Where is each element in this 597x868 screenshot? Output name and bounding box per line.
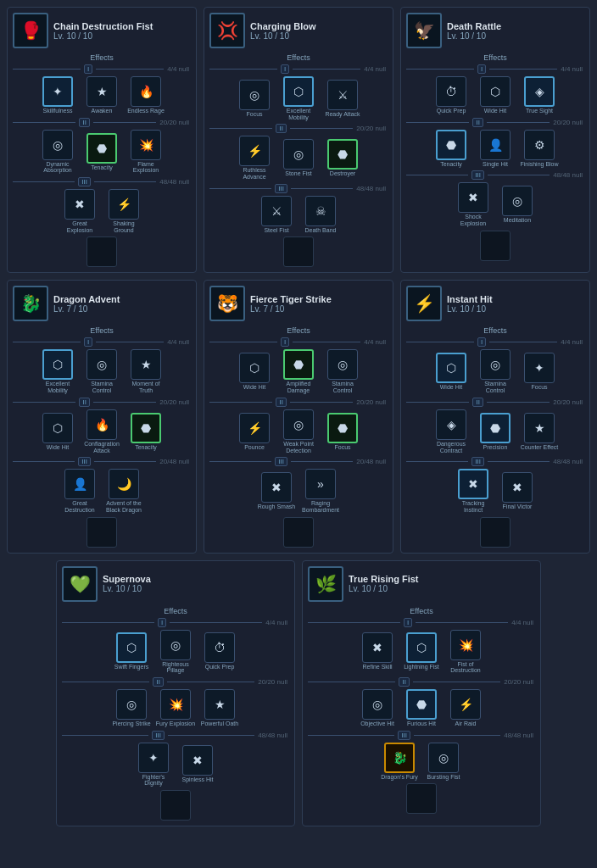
ability-lightning-fist[interactable]: ⬡Lightning Fist bbox=[401, 632, 442, 670]
ability-fist-of-destruction[interactable]: 💥Fist of Destruction bbox=[445, 630, 486, 674]
ability-counter-effect[interactable]: ★Counter Effect bbox=[519, 413, 560, 451]
ability-endless-rage[interactable]: 🔥Endless Rage bbox=[126, 76, 166, 114]
tier-badge: II bbox=[472, 118, 483, 127]
tier-null-label: 48/48 null bbox=[258, 732, 287, 739]
tier-section-2: II20/20 null◈Dangerous Contract⬣Precisio… bbox=[406, 398, 584, 453]
tier-line bbox=[13, 342, 81, 342]
ability-great-destruction[interactable]: 👤Great Destruction bbox=[59, 469, 100, 513]
tier-header: III48/48 null bbox=[308, 731, 535, 740]
card-footer-slot bbox=[283, 236, 314, 267]
ability-tenacity[interactable]: ⬣Tenacity bbox=[81, 133, 122, 171]
tier-section-3: III48/48 null✦Fighter's Dignity✖Spinless… bbox=[62, 731, 289, 787]
ability-great-explosion[interactable]: ✖Great Explosion bbox=[59, 189, 100, 233]
ability-final-victor[interactable]: ✖Final Victor bbox=[497, 472, 538, 510]
skill-card-charging-blow: 💢Charging BlowLv. 10 / 10EffectsI4/4 nul… bbox=[204, 7, 393, 273]
ability-name: Dangerous Contract bbox=[431, 441, 471, 453]
skill-header: 🐉Dragon AdventLv. 7 / 10 bbox=[13, 286, 191, 321]
ability-tracking-instinct[interactable]: ✖Tracking Instinct bbox=[453, 469, 494, 513]
ability-death-band[interactable]: ☠Death Band bbox=[300, 196, 341, 234]
ability-stone-fist[interactable]: ◎Stone Fist bbox=[278, 139, 319, 177]
tier-section-2: II20/20 null⚡Ruthless Advance◎Stone Fist… bbox=[209, 124, 388, 180]
ability-wide-hit[interactable]: ⬡Wide Hit bbox=[475, 76, 516, 114]
ability-icon: ⬡ bbox=[436, 353, 466, 383]
ability-finishing-blow[interactable]: ⚙Finishing Blow bbox=[519, 130, 560, 168]
ability-righteous-pillage[interactable]: ◎Righteous Pillage bbox=[155, 630, 196, 674]
ability-moment-of-truth[interactable]: ★Moment of Truth bbox=[126, 349, 166, 393]
ability-wide-hit[interactable]: ⬡Wide Hit bbox=[431, 353, 471, 391]
ability-precision[interactable]: ⬣Precision bbox=[475, 413, 516, 451]
tier-line bbox=[406, 69, 474, 70]
ability-excellent-mobility[interactable]: ⬡Excellent Mobility bbox=[278, 76, 319, 120]
ability-true-sight[interactable]: ◈True Sight bbox=[519, 76, 560, 114]
ability-amplified-damage[interactable]: ⬣Amplified Damage bbox=[278, 349, 319, 393]
ability-conflagration-attack[interactable]: 🔥Conflagration Attack bbox=[81, 409, 122, 453]
ability-air-raid[interactable]: ⚡Air Raid bbox=[445, 689, 486, 727]
tier-line bbox=[209, 461, 271, 462]
tier-line bbox=[93, 122, 156, 123]
ability-ready-attack[interactable]: ⚔Ready Attack bbox=[322, 80, 363, 118]
death-rattle-icon: 🦅 bbox=[406, 13, 442, 48]
tier-row: ⬡Swift Fingers◎Righteous Pillage⏱Quick P… bbox=[62, 630, 289, 674]
ability-dangerous-contract[interactable]: ◈Dangerous Contract bbox=[431, 409, 471, 453]
ability-fighter's-dignity[interactable]: ✦Fighter's Dignity bbox=[133, 743, 174, 787]
ability-skillfulness[interactable]: ✦Skillfulness bbox=[37, 76, 78, 114]
ability-furious-hit[interactable]: ⬣Furious Hit bbox=[401, 689, 442, 727]
ability-single-hit[interactable]: 👤Single Hit bbox=[475, 130, 516, 168]
ability-stamina-control[interactable]: ◎Stamina Control bbox=[322, 349, 363, 393]
tier-row: 🐉Dragon's Fury◎Bursting Fist bbox=[308, 743, 535, 781]
tier-null-label: 48/48 null bbox=[553, 171, 583, 179]
tier-header: II20/20 null bbox=[406, 118, 584, 127]
ability-rough-smash[interactable]: ✖Rough Smash bbox=[256, 472, 297, 510]
ability-weak-point-detection[interactable]: ◎Weak Point Detection bbox=[278, 409, 319, 453]
ability-icon: ⏱ bbox=[436, 76, 466, 107]
ability-fury-explosion[interactable]: 💥Fury Explosion bbox=[155, 689, 196, 727]
ability-wide-hit[interactable]: ⬡Wide Hit bbox=[234, 353, 275, 391]
ability-destroyer[interactable]: ⬣Destroyer bbox=[322, 139, 363, 177]
ability-swift-fingers[interactable]: ⬡Swift Fingers bbox=[111, 632, 152, 670]
ability-awaken[interactable]: ★Awaken bbox=[81, 76, 122, 114]
ability-raging-bombardment[interactable]: »Raging Bombardment bbox=[300, 469, 341, 513]
ability-focus[interactable]: ◎Focus bbox=[234, 80, 275, 118]
card-footer-slot bbox=[86, 236, 117, 267]
ability-refine-skill[interactable]: ✖Refine Skill bbox=[357, 632, 398, 670]
ability-bursting-fist[interactable]: ◎Bursting Fist bbox=[423, 743, 464, 781]
ability-excellent-mobility[interactable]: ⬡Excellent Mobility bbox=[37, 349, 78, 393]
ability-piercing-strike[interactable]: ◎Piercing Strike bbox=[111, 689, 152, 727]
ability-name: Quick Prep bbox=[437, 108, 466, 114]
ability-dynamic-absorption[interactable]: ◎Dynamic Absorption bbox=[37, 130, 78, 174]
ability-name: Stone Fist bbox=[285, 170, 312, 177]
ability-name: Amplified Damage bbox=[278, 381, 319, 393]
ability-icon: 👤 bbox=[480, 130, 511, 160]
ability-powerful-oath[interactable]: ★Powerful Oath bbox=[199, 689, 240, 727]
ability-pounce[interactable]: ⚡Pounce bbox=[234, 413, 275, 451]
ability-icon: ◎ bbox=[362, 689, 393, 720]
ability-shock-explosion[interactable]: ✖Shock Explosion bbox=[453, 182, 494, 226]
tier-badge: III bbox=[275, 457, 287, 466]
tier-badge: III bbox=[398, 731, 410, 740]
ability-name: Moment of Truth bbox=[126, 381, 166, 393]
ability-meditation[interactable]: ◎Meditation bbox=[497, 186, 538, 224]
tier-null-label: 4/4 null bbox=[364, 65, 386, 73]
ability-advent-of-the-black-dragon[interactable]: 🌙Advent of the Black Dragon bbox=[103, 469, 144, 513]
tier-row: ◎Focus⬡Excellent Mobility⚔Ready Attack bbox=[209, 76, 388, 120]
ability-tenacity[interactable]: ⬣Tenacity bbox=[126, 413, 166, 451]
ability-flame-explosion[interactable]: 💥Flame Explosion bbox=[126, 130, 166, 174]
ability-focus[interactable]: ✦Focus bbox=[519, 353, 560, 391]
ability-spinless-hit[interactable]: ✖Spinless Hit bbox=[177, 745, 218, 783]
ability-ruthless-advance[interactable]: ⚡Ruthless Advance bbox=[234, 136, 275, 180]
ability-quick-prep[interactable]: ⏱Quick Prep bbox=[199, 632, 240, 670]
ability-quick-prep[interactable]: ⏱Quick Prep bbox=[431, 76, 471, 114]
tier-section-1: I4/4 null⬡Wide Hit⬣Amplified Damage◎Stam… bbox=[209, 337, 388, 393]
ability-steel-fist[interactable]: ⚔Steel Fist bbox=[256, 196, 297, 234]
skill-level: Lv. 10 / 10 bbox=[447, 304, 493, 314]
ability-dragon's-fury[interactable]: 🐉Dragon's Fury bbox=[379, 743, 420, 781]
ability-icon: ✖ bbox=[458, 182, 488, 213]
ability-stamina-control[interactable]: ◎Stamina Control bbox=[81, 349, 122, 393]
ability-objective-hit[interactable]: ◎Objective Hit bbox=[357, 689, 398, 727]
ability-tenacity[interactable]: ⬣Tenacity bbox=[431, 130, 471, 168]
ability-icon: ⬡ bbox=[406, 632, 437, 663]
ability-shaking-ground[interactable]: ⚡Shaking Ground bbox=[103, 189, 144, 233]
ability-focus[interactable]: ⬣Focus bbox=[322, 413, 363, 451]
ability-wide-hit[interactable]: ⬡Wide Hit bbox=[37, 413, 78, 451]
ability-stamina-control[interactable]: ◎Stamina Control bbox=[475, 349, 516, 393]
